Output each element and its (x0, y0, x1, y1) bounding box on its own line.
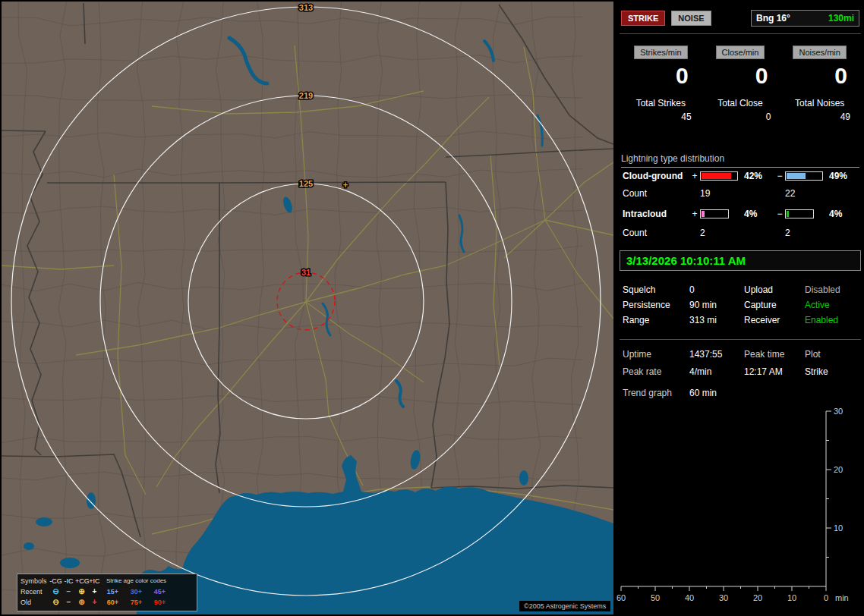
strikes-per-min-button[interactable]: Strikes/min (634, 46, 687, 59)
cg-positive-bar (700, 171, 738, 181)
divider (620, 33, 861, 34)
settings-row: Persistence 90 min Capture Active (616, 297, 864, 313)
receiver-label: Receiver (744, 313, 805, 328)
persistence-value: 90 min (689, 297, 744, 313)
map-legend: Symbols -CG -IC +CG +IC Strike age color… (17, 574, 197, 611)
status-panel: STRIKE NOISE Bng 16° 130mi Strikes/min C… (616, 0, 864, 616)
age-60: 60+ (101, 597, 125, 608)
svg-text:60: 60 (616, 593, 626, 602)
age-30: 30+ (125, 586, 148, 597)
svg-text:50: 50 (651, 593, 660, 602)
cloud-ground-count-row: Count 19 22 (623, 187, 862, 200)
trend-graph-row: Trend graph 60 min (616, 385, 864, 401)
intracloud-label: Intracloud (623, 209, 689, 219)
ic-positive-count: 2 (700, 228, 741, 238)
ic-negative-count: 2 (785, 228, 826, 238)
minus-sign: − (774, 209, 785, 219)
total-noises-label: Total Noises (780, 97, 859, 110)
close-per-min-button[interactable]: Close/min (716, 46, 765, 59)
capture-label: Capture (744, 297, 805, 313)
cg-negative-bar-fill (787, 173, 806, 179)
ic-positive-pct: 4% (741, 209, 774, 219)
receiver-value: Enabled (805, 313, 858, 328)
peak-rate-value: 4/min (689, 363, 744, 381)
ic-positive-bar (700, 209, 729, 218)
peak-time-value: 12:17 AM (744, 363, 805, 381)
ring-label-125: 125 (299, 179, 313, 188)
age-75: 75+ (125, 597, 148, 608)
cg-positive-count: 19 (700, 188, 741, 199)
plot-label: Plot (805, 346, 858, 363)
minus-sign: − (774, 171, 785, 181)
upload-value: Disabled (805, 282, 858, 297)
rate-values-row: 0 0 0 (621, 64, 859, 88)
capture-value: Active (805, 297, 858, 313)
old-ic-pos-icon: + (88, 598, 101, 607)
legend-header-row: Symbols -CG -IC +CG +IC Strike age color… (20, 576, 194, 586)
total-close: Total Close 0 (701, 97, 780, 124)
legend-old-label: Old (20, 597, 49, 608)
legend-recent-label: Recent (20, 586, 49, 597)
intracloud-count-row: Count 2 2 (623, 227, 862, 239)
legend-col-ic-neg: -IC (62, 576, 75, 586)
age-45: 45+ (148, 586, 172, 597)
legend-recent-row: Recent ⊖ − ⊕ + 15+ 30+ 45+ (20, 586, 194, 597)
svg-text:10: 10 (834, 523, 843, 533)
svg-text:30: 30 (719, 593, 728, 602)
copyright-text: ©2005 Astrogenic Systems (519, 601, 610, 611)
settings-row: Range 313 mi Receiver Enabled (616, 313, 864, 328)
strike-symbol: + (342, 180, 348, 190)
recent-ic-neg-icon: − (62, 587, 75, 596)
persistence-label: Persistence (623, 297, 689, 313)
settings-row: Squelch 0 Upload Disabled (616, 282, 864, 297)
svg-text:30: 30 (834, 407, 843, 416)
bearing-readout: Bng 16° 130mi (751, 10, 859, 27)
old-cg-pos-icon: ⊕ (75, 598, 88, 607)
svg-text:20: 20 (834, 465, 843, 474)
uptime-label: Uptime (623, 346, 689, 363)
close-per-min-value: 0 (701, 64, 780, 88)
legend-col-cg-pos: +CG (75, 576, 88, 586)
legend-col-ic-pos: +IC (88, 576, 101, 586)
recent-cg-neg-icon: ⊖ (49, 587, 62, 596)
svg-text:0: 0 (824, 593, 828, 602)
recent-cg-pos-icon: ⊕ (75, 587, 88, 596)
svg-text:40: 40 (685, 593, 694, 602)
rate-buttons-row: Strikes/min Close/min Noises/min (621, 46, 859, 59)
plus-sign: + (689, 171, 700, 181)
age-15: 15+ (101, 586, 125, 597)
noise-mode-button[interactable]: NOISE (671, 11, 711, 26)
strike-mode-button[interactable]: STRIKE (621, 11, 665, 26)
peak-rate-label: Peak rate (623, 363, 689, 381)
distribution-header: Lightning type distribution (621, 153, 859, 168)
total-strikes-label: Total Strikes (621, 97, 701, 110)
ic-negative-pct: 4% (826, 209, 856, 219)
map-display[interactable]: 313 219 125 31 + Symbols -CG -IC +CG +IC… (2, 2, 613, 614)
plot-value: Strike (805, 363, 858, 381)
total-noises-value: 49 (780, 110, 859, 124)
range-label: Range (623, 313, 689, 328)
old-cg-neg-icon: ⊖ (49, 598, 62, 607)
cg-negative-pct: 49% (826, 171, 856, 181)
total-noises: Total Noises 49 (780, 97, 859, 124)
mode-toolbar: STRIKE NOISE Bng 16° 130mi (621, 10, 859, 27)
cloud-ground-label: Cloud-ground (623, 171, 689, 181)
cg-positive-bar-fill (702, 173, 731, 179)
cloud-ground-row: Cloud-ground + 42% − 49% (623, 170, 862, 182)
stats-row: Peak rate 4/min 12:17 AM Strike (616, 363, 864, 381)
bearing-value: Bng 16° (756, 13, 790, 24)
stats-block: Uptime 1437:55 Peak time Plot Peak rate … (616, 346, 864, 381)
ring-label-31: 31 (301, 268, 311, 277)
old-ic-neg-icon: − (62, 598, 75, 607)
svg-text:min: min (835, 593, 849, 602)
noises-per-min-button[interactable]: Noises/min (793, 46, 846, 59)
total-close-label: Total Close (701, 97, 780, 110)
legend-col-cg-neg: -CG (49, 576, 62, 586)
trend-graph-value: 60 min (689, 385, 858, 401)
divider (620, 339, 861, 340)
map-canvas: 313 219 125 31 + (2, 2, 613, 614)
peak-time-label: Peak time (744, 346, 805, 363)
noises-per-min-value: 0 (780, 64, 859, 88)
trend-graph-label: Trend graph (623, 385, 689, 401)
count-label: Count (623, 228, 689, 238)
